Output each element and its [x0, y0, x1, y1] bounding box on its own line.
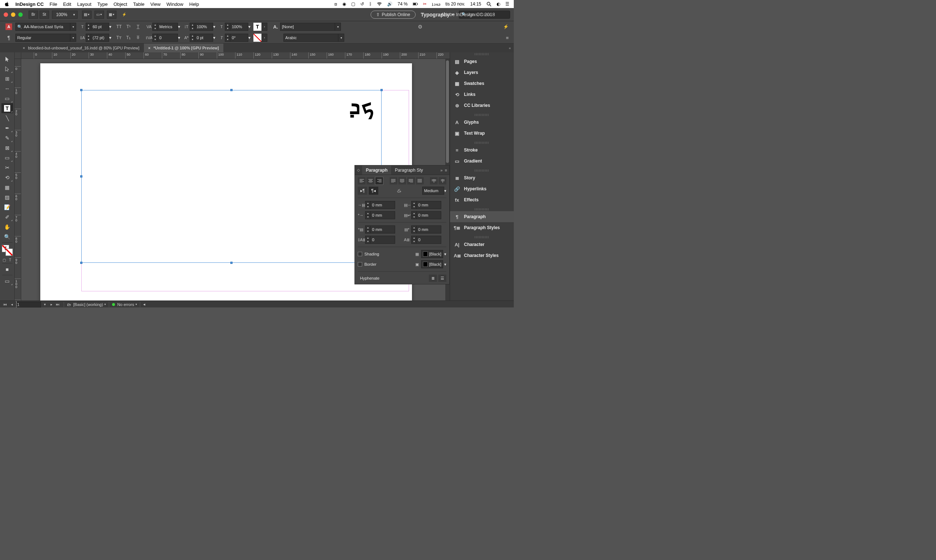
minimize-window-button[interactable]: [11, 12, 15, 17]
space-before-input[interactable]: [372, 227, 393, 232]
border-options-icon[interactable]: ▣: [414, 262, 420, 267]
app-name[interactable]: InDesign CC: [15, 2, 43, 7]
scrollbar-thumb[interactable]: [446, 60, 449, 163]
first-indent-spin[interactable]: ▴▾: [365, 211, 370, 219]
dock-item-paragraph[interactable]: ¶Paragraph: [450, 211, 514, 222]
char-style-combo[interactable]: ▾: [280, 23, 341, 31]
align-away-spine-button[interactable]: [439, 177, 446, 185]
apply-container-icon[interactable]: ▢: [2, 257, 7, 262]
dock-item-character-styles[interactable]: A≣Character Styles: [450, 250, 514, 261]
align-right-button[interactable]: [375, 177, 383, 185]
volume-icon[interactable]: 🔊: [387, 2, 393, 6]
justify-left-button[interactable]: [390, 177, 397, 185]
border-checkbox[interactable]: [358, 262, 362, 266]
bluetooth-icon[interactable]: ᛒ: [369, 2, 372, 6]
drop-chars-input[interactable]: [418, 237, 439, 242]
no-baseline-grid-button[interactable]: ≣: [429, 274, 437, 282]
first-page-button[interactable]: ⏮: [2, 302, 8, 307]
align-left-button[interactable]: [358, 177, 365, 185]
canvas[interactable]: ܟܕ ◇ Paragraph Paragraph Sty » ≡: [21, 59, 450, 300]
rectangle-tool[interactable]: ▭: [2, 152, 13, 163]
resize-handle[interactable]: [230, 262, 233, 264]
free-transform-tool[interactable]: ⟲: [2, 172, 13, 182]
page-dropdown[interactable]: ▾: [42, 302, 48, 307]
dock-item-stroke[interactable]: ≡Stroke: [450, 145, 514, 155]
resize-handle[interactable]: [230, 89, 233, 91]
menu-view[interactable]: View: [151, 2, 161, 7]
spotlight-icon[interactable]: [486, 2, 492, 6]
menu-type[interactable]: Type: [97, 2, 108, 7]
menu-layout[interactable]: Layout: [77, 2, 91, 7]
char-style-input[interactable]: [282, 25, 333, 29]
gpu-icon[interactable]: ⚡: [119, 11, 129, 18]
align-towards-spine-button[interactable]: [430, 177, 438, 185]
dock-item-layers[interactable]: ◈Layers: [450, 67, 514, 78]
gradient-feather-tool[interactable]: ▨: [2, 192, 13, 202]
eyedropper-tool[interactable]: ✐: [2, 212, 13, 222]
date[interactable]: tis 20 nov.: [445, 2, 465, 6]
horizontal-ruler[interactable]: 0102030405060708090100110120130140150160…: [15, 52, 450, 59]
skew-spin[interactable]: ▴▾: [225, 34, 230, 42]
selection-tool[interactable]: [2, 54, 13, 64]
bridge-button[interactable]: Br: [29, 11, 38, 18]
vscale-spin[interactable]: ▴▾: [190, 23, 195, 31]
view-option-3[interactable]: ▦▾: [107, 11, 116, 18]
page-number-field[interactable]: 1: [15, 302, 41, 308]
underline-button[interactable]: T: [133, 23, 143, 31]
chevron-down-icon[interactable]: ▾: [444, 262, 446, 267]
wifi-icon[interactable]: [377, 2, 382, 6]
menu-file[interactable]: File: [49, 2, 57, 7]
small-caps-button[interactable]: Tᴛ: [114, 34, 124, 42]
resize-handle[interactable]: [80, 175, 82, 177]
view-option-1[interactable]: ▤▾: [82, 11, 91, 18]
right-indent-input[interactable]: [418, 203, 439, 207]
zoom-combo[interactable]: 100% ▾: [52, 11, 78, 18]
timemachine-icon[interactable]: ↺: [360, 2, 364, 6]
all-caps-button[interactable]: TT: [114, 23, 124, 31]
kerning-spin[interactable]: ▴▾: [152, 23, 157, 31]
hscale-input[interactable]: [232, 25, 247, 29]
space-after-spin[interactable]: ▴▾: [411, 225, 416, 234]
dock-grip[interactable]: [475, 236, 489, 238]
chevron-down-icon[interactable]: ▾: [444, 189, 446, 193]
rectangle-frame-tool[interactable]: ⊠: [2, 143, 13, 152]
fill-stroke-swatches[interactable]: [2, 245, 13, 256]
dock-item-swatches[interactable]: ▦Swatches: [450, 78, 514, 89]
drop-lines-input[interactable]: [372, 237, 393, 242]
left-indent-input[interactable]: [372, 203, 393, 207]
tab-paragraph-styles[interactable]: Paragraph Sty: [391, 165, 427, 175]
stroke-swatch[interactable]: [253, 34, 261, 42]
drop-lines-spin[interactable]: ▴▾: [365, 236, 370, 244]
skew-input[interactable]: [232, 35, 247, 40]
screen-mode-button[interactable]: ▭: [2, 276, 13, 286]
scissors-icon[interactable]: ✂: [423, 2, 427, 6]
dock-item-cc-libraries[interactable]: ⊚CC Libraries: [450, 100, 514, 111]
tabs-flyout-icon[interactable]: «: [506, 43, 514, 52]
dock-item-links[interactable]: ⟲Links: [450, 89, 514, 100]
chevron-down-icon[interactable]: ▾: [248, 24, 250, 29]
menu-window[interactable]: Window: [167, 2, 183, 7]
last-indent-spin[interactable]: ▴▾: [411, 211, 416, 219]
notification-icon[interactable]: ☰: [505, 2, 509, 6]
first-indent-input[interactable]: [372, 213, 393, 217]
shading-options-icon[interactable]: ▦: [414, 251, 420, 257]
font-family-combo[interactable]: 🔍 ▾: [15, 23, 76, 31]
tracking-spin[interactable]: ▴▾: [152, 34, 157, 42]
vertical-ruler[interactable]: 0102030405060708090100110: [15, 59, 21, 300]
chevron-down-icon[interactable]: ▾: [70, 23, 76, 31]
menu-edit[interactable]: Edit: [63, 2, 71, 7]
scissors-tool[interactable]: ✂: [2, 163, 13, 172]
publish-online-button[interactable]: ⇧ Publish Online: [371, 11, 416, 18]
chevron-down-icon[interactable]: ▾: [178, 35, 180, 40]
kerning-input[interactable]: [159, 25, 176, 29]
view-option-2[interactable]: ▭▾: [94, 11, 104, 18]
dock-item-hyperlinks[interactable]: 🔗Hyperlinks: [450, 183, 514, 194]
apple-icon[interactable]: [5, 2, 9, 6]
text-content[interactable]: ܟܕ: [348, 92, 374, 120]
panel-collapse-toggle[interactable]: ◇: [355, 168, 362, 172]
note-tool[interactable]: 📝: [2, 202, 13, 212]
dock-grip[interactable]: [475, 114, 489, 116]
chevron-down-icon[interactable]: ▾: [444, 252, 446, 257]
swatch-next[interactable]: ›: [261, 23, 267, 31]
font-size-input[interactable]: [93, 25, 107, 29]
